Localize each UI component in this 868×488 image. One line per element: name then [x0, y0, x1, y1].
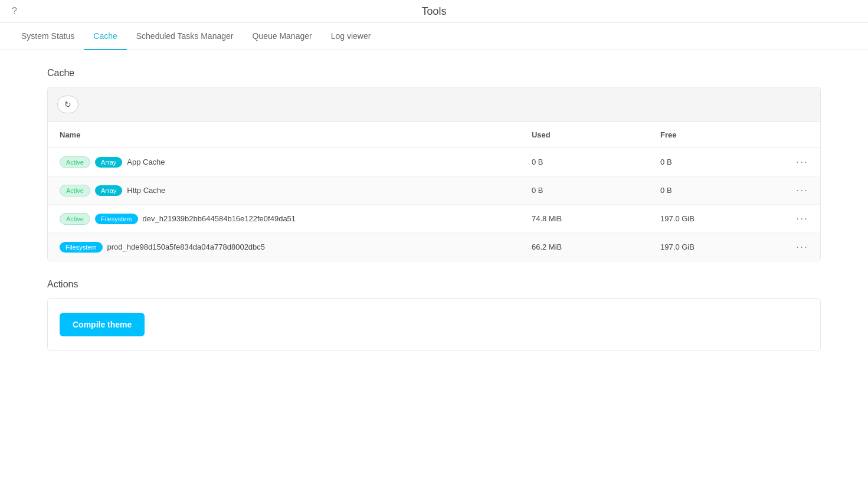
cache-toolbar: ↻	[48, 87, 820, 122]
more-options-button[interactable]: ···	[796, 184, 808, 196]
cache-used-value: 0 B	[520, 176, 648, 205]
cache-section: Cache ↻ Name Used Free ActiveArrayApp Ca	[47, 68, 821, 261]
tab-system-status[interactable]: System Status	[12, 23, 84, 50]
status-badge: Active	[60, 213, 90, 225]
more-options-button[interactable]: ···	[796, 212, 808, 225]
cache-row-name-cell: ActiveFilesystemdev_h21939b2bb644584b16e…	[48, 205, 520, 233]
cache-row-action-cell: ···	[777, 148, 820, 176]
col-header-action	[777, 122, 820, 148]
cache-name-label: prod_hde98d150a5fe834da04a778d8002dbc5	[107, 243, 266, 251]
header: ? Tools	[0, 0, 868, 23]
type-badge: Filesystem	[95, 214, 138, 224]
cache-free-value: 197.0 GiB	[648, 205, 777, 233]
col-header-name: Name	[48, 122, 520, 148]
type-badge: Filesystem	[60, 242, 103, 253]
cache-card: ↻ Name Used Free ActiveArrayApp Cache0 B…	[47, 87, 821, 261]
cache-used-value: 74.8 MiB	[520, 205, 648, 233]
type-badge: Array	[95, 157, 122, 168]
cache-row-name-cell: ActiveArrayApp Cache	[48, 148, 520, 176]
col-header-free: Free	[648, 122, 777, 148]
table-row: ActiveArrayHttp Cache0 B0 B···	[48, 176, 820, 205]
refresh-button[interactable]: ↻	[57, 96, 78, 113]
help-icon[interactable]: ?	[12, 6, 17, 17]
cache-free-value: 197.0 GiB	[648, 233, 777, 261]
tabs-nav: System Status Cache Scheduled Tasks Mana…	[0, 23, 868, 50]
more-options-button[interactable]: ···	[796, 156, 808, 168]
main-content: Cache ↻ Name Used Free ActiveArrayApp Ca	[0, 50, 868, 369]
cache-table: Name Used Free ActiveArrayApp Cache0 B0 …	[48, 122, 820, 261]
refresh-icon: ↻	[64, 100, 71, 109]
cache-free-value: 0 B	[648, 148, 777, 176]
table-row: Filesystemprod_hde98d150a5fe834da04a778d…	[48, 233, 820, 261]
tab-log-viewer[interactable]: Log viewer	[322, 23, 381, 50]
col-header-used: Used	[520, 122, 648, 148]
cache-section-title: Cache	[47, 68, 821, 78]
cache-row-action-cell: ···	[777, 233, 820, 261]
table-header-row: Name Used Free	[48, 122, 820, 148]
actions-section: Actions Compile theme	[47, 279, 821, 351]
cache-row-action-cell: ···	[777, 176, 820, 205]
cache-free-value: 0 B	[648, 176, 777, 205]
cache-name-label: App Cache	[127, 158, 165, 166]
page-title: Tools	[421, 5, 446, 18]
actions-card-inner: Compile theme	[48, 299, 820, 351]
table-row: ActiveFilesystemdev_h21939b2bb644584b16e…	[48, 205, 820, 233]
compile-theme-button[interactable]: Compile theme	[60, 313, 145, 336]
cache-row-name-cell: ActiveArrayHttp Cache	[48, 176, 520, 205]
status-badge: Active	[60, 156, 90, 168]
tab-cache[interactable]: Cache	[84, 23, 126, 50]
actions-card: Compile theme	[47, 298, 821, 351]
more-options-button[interactable]: ···	[796, 241, 808, 253]
table-row: ActiveArrayApp Cache0 B0 B···	[48, 148, 820, 176]
cache-name-label: Http Cache	[127, 186, 165, 195]
cache-row-name-cell: Filesystemprod_hde98d150a5fe834da04a778d…	[48, 233, 520, 261]
cache-name-label: dev_h21939b2bb644584b16e122fe0f49da51	[143, 214, 296, 223]
cache-row-action-cell: ···	[777, 205, 820, 233]
tab-scheduled-tasks-manager[interactable]: Scheduled Tasks Manager	[127, 23, 243, 50]
cache-used-value: 0 B	[520, 148, 648, 176]
actions-section-title: Actions	[47, 279, 821, 290]
cache-used-value: 66.2 MiB	[520, 233, 648, 261]
status-badge: Active	[60, 185, 90, 196]
tab-queue-manager[interactable]: Queue Manager	[243, 23, 321, 50]
type-badge: Array	[95, 185, 122, 196]
